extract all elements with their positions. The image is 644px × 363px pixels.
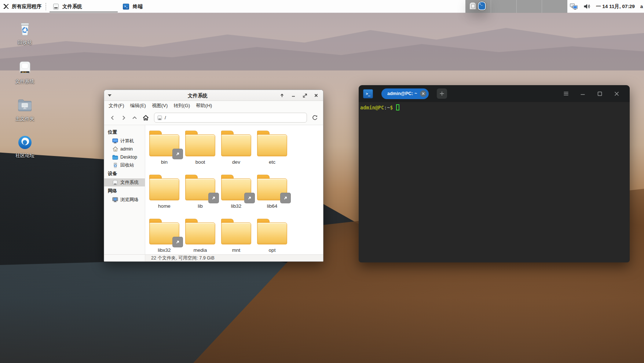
menu-edit[interactable]: 编辑(E) xyxy=(127,101,149,110)
refresh-button[interactable] xyxy=(310,113,319,123)
applications-menu-button[interactable]: 所有应用程序 xyxy=(0,0,45,13)
forward-icon xyxy=(121,115,126,120)
sidebar-header-places: 位置 xyxy=(104,128,145,137)
sidebar-item-label: 文件系统 xyxy=(120,179,139,186)
plus-icon xyxy=(439,91,444,96)
terminal-close-button[interactable] xyxy=(611,88,622,99)
up-button[interactable] xyxy=(130,113,139,123)
filemanager-window: 文件系统 文件 xyxy=(104,90,323,262)
workspace-cell-4[interactable] xyxy=(542,0,567,13)
sidebar-item-admin-home[interactable]: admin xyxy=(104,145,145,153)
forward-button[interactable] xyxy=(119,113,128,123)
terminal-menu-button[interactable] xyxy=(561,88,571,99)
desktop-icon-forum[interactable]: 社区论坛 xyxy=(6,135,44,159)
folder-label: opt xyxy=(269,247,276,253)
folder-label: mnt xyxy=(232,247,241,253)
filemanager-file-pane[interactable]: bin boot dev etc home xyxy=(145,125,323,254)
sidebar-item-label: Desktop xyxy=(120,155,137,160)
panel-clock[interactable]: 一 14 11月, 07:29 xyxy=(596,3,635,10)
terminal-maximize-button[interactable] xyxy=(594,88,605,99)
sidebar-item-filesystem[interactable]: 文件系统 xyxy=(104,178,145,186)
refresh-icon xyxy=(312,115,318,120)
maximize-button[interactable] xyxy=(301,92,308,99)
folder-item-etc[interactable]: etc xyxy=(254,127,290,171)
filemanager-titlebar[interactable]: 文件系统 xyxy=(104,90,323,101)
folder-label: etc xyxy=(269,159,275,165)
terminal-header[interactable]: >_ admin@PC: ~ xyxy=(359,85,630,102)
minimize-icon xyxy=(580,91,585,96)
folder-item-boot[interactable]: boot xyxy=(182,127,218,171)
filemanager-window-controls xyxy=(279,90,319,101)
back-button[interactable] xyxy=(108,113,117,123)
back-icon xyxy=(110,115,115,120)
symlink-emblem-icon xyxy=(173,149,183,159)
pager-window-filemanager[interactable] xyxy=(469,2,476,10)
terminal-body[interactable]: admin@PC:~$ xyxy=(359,102,630,262)
folder-item-mnt[interactable]: mnt xyxy=(218,215,254,254)
maximize-icon xyxy=(303,93,307,98)
arrow-up-icon xyxy=(280,93,284,98)
folder-item-lib32[interactable]: lib32 xyxy=(218,171,254,215)
network-icon[interactable] xyxy=(570,3,578,10)
taskbar-button-terminal[interactable]: >_ 终端 xyxy=(118,0,147,13)
home-button[interactable] xyxy=(141,113,150,123)
folder-item-libx32[interactable]: libx32 xyxy=(146,215,182,254)
sidebar-header-devices: 设备 xyxy=(104,169,145,178)
close-button[interactable] xyxy=(313,92,319,99)
desktop-icon-home[interactable]: 主文件夹 xyxy=(6,98,44,122)
hamburger-menu-icon xyxy=(563,91,569,96)
trash-small-icon xyxy=(112,162,118,168)
prompt-colon: : xyxy=(384,105,387,110)
location-bar[interactable]: / xyxy=(154,113,307,123)
computer-icon xyxy=(112,138,118,144)
app-logo-icon xyxy=(3,4,9,9)
sidebar-item-desktop[interactable]: Desktop xyxy=(104,153,145,161)
workspace-cell-1[interactable] xyxy=(465,0,491,13)
folder-item-media[interactable]: media xyxy=(182,215,218,254)
terminal-tab[interactable]: admin@PC: ~ xyxy=(381,88,429,99)
desktop-icon-filesystem[interactable]: 文件系统 xyxy=(6,60,44,85)
window-menu-icon[interactable] xyxy=(108,94,111,97)
house-icon xyxy=(112,146,118,152)
pager-window-terminal[interactable] xyxy=(478,1,486,10)
folder-item-bin[interactable]: bin xyxy=(146,127,182,171)
wallpaper-bottom-shade xyxy=(0,298,644,363)
folder-large-icon xyxy=(257,218,287,245)
new-tab-button[interactable] xyxy=(437,88,447,99)
menu-view[interactable]: 视图(V) xyxy=(149,101,171,110)
taskbar-button-filemanager[interactable]: 文件系统 xyxy=(49,0,118,13)
folder-large-icon xyxy=(221,130,251,157)
folder-large-icon xyxy=(185,130,215,157)
folder-item-lib[interactable]: lib xyxy=(182,171,218,215)
tab-close-button[interactable] xyxy=(420,90,427,97)
shade-button[interactable] xyxy=(279,92,285,99)
system-tray: 一 14 11月, 07:29 a xyxy=(570,0,644,13)
folder-item-opt[interactable]: opt xyxy=(254,215,290,254)
folder-item-lib64[interactable]: lib64 xyxy=(254,171,290,215)
desktop-icon-trash[interactable]: 回收站 xyxy=(6,21,44,46)
terminal-minimize-button[interactable] xyxy=(578,88,588,99)
menu-go[interactable]: 转到(G) xyxy=(171,101,193,110)
filemanager-sidebar: 位置 计算机 admin Desktop xyxy=(104,125,145,254)
sidebar-item-computer[interactable]: 计算机 xyxy=(104,137,145,145)
menu-help[interactable]: 帮助(H) xyxy=(193,101,215,110)
close-icon xyxy=(614,91,619,96)
folder-grid: bin boot dev etc home xyxy=(146,127,290,254)
workspace-cell-3[interactable] xyxy=(517,0,542,13)
folder-label: bin xyxy=(161,159,168,165)
tasklist-handle xyxy=(45,3,48,11)
sidebar-item-trash[interactable]: 回收站 xyxy=(104,161,145,169)
sidebar-item-label: admin xyxy=(120,146,133,152)
menu-file[interactable]: 文件(F) xyxy=(106,101,127,110)
workspace-cell-2[interactable] xyxy=(491,0,517,13)
volume-icon[interactable] xyxy=(583,3,590,10)
folder-item-home[interactable]: home xyxy=(146,171,182,215)
up-icon xyxy=(132,115,137,120)
minimize-button[interactable] xyxy=(290,92,297,99)
sidebar-item-browse-network[interactable]: 浏览网络 xyxy=(104,196,145,204)
folder-item-dev[interactable]: dev xyxy=(218,127,254,171)
filemanager-body: 位置 计算机 admin Desktop xyxy=(104,125,323,254)
desktop-icon-label: 回收站 xyxy=(18,39,32,46)
folder-label: lib32 xyxy=(231,203,242,209)
taskbar-button-label: 文件系统 xyxy=(62,3,82,10)
